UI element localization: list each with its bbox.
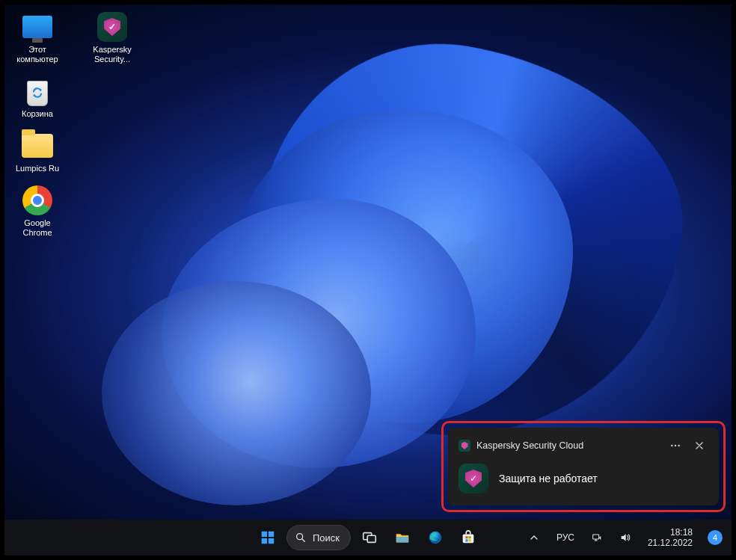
screen: Этот компьютер ✓ Kaspersky Security... <box>0 0 736 560</box>
desktop-icon-label: Google Chrome <box>22 218 52 238</box>
notification-count-badge: 4 <box>708 530 723 545</box>
desktop-icon-folder-lumpics[interactable]: Lumpics Ru <box>10 129 64 173</box>
notification-highlight: Kaspersky Security Cloud <box>441 421 726 512</box>
svg-point-2 <box>678 445 679 446</box>
notification-app-name: Kaspersky Security Cloud <box>476 440 583 451</box>
windows-logo-icon <box>260 529 276 546</box>
kaspersky-shield-icon: ✓ <box>96 10 129 43</box>
taskbar-center: Поиск <box>254 523 482 552</box>
task-view-button[interactable] <box>355 523 384 552</box>
svg-point-7 <box>297 534 303 540</box>
desktop-icon-label: Этот компьютер <box>16 45 58 64</box>
file-explorer-icon <box>394 529 411 546</box>
kaspersky-shield-icon: ✓ <box>459 464 488 493</box>
svg-rect-17 <box>468 539 470 541</box>
search-label: Поиск <box>313 532 340 544</box>
svg-rect-16 <box>465 539 467 541</box>
svg-rect-6 <box>269 538 274 544</box>
svg-rect-14 <box>465 536 467 538</box>
desktop-icon-kaspersky[interactable]: ✓ Kaspersky Security... <box>85 10 139 64</box>
svg-rect-11 <box>396 537 409 542</box>
taskbar: Поиск <box>4 520 732 556</box>
notification-message: Защита не работает <box>499 473 598 484</box>
notification-toast[interactable]: Kaspersky Security Cloud <box>448 428 719 505</box>
search-icon <box>295 532 307 544</box>
svg-point-1 <box>675 445 676 446</box>
notification-center-button[interactable]: 4 <box>703 523 727 552</box>
tray-overflow-button[interactable] <box>522 523 546 552</box>
svg-point-0 <box>671 445 672 446</box>
start-button[interactable] <box>254 523 282 552</box>
language-indicator[interactable]: РУС <box>551 523 580 552</box>
desktop[interactable]: Этот компьютер ✓ Kaspersky Security... <box>4 4 732 520</box>
clock-button[interactable]: 18:18 21.12.2022 <box>642 523 699 552</box>
kaspersky-badge-icon <box>459 440 470 452</box>
task-view-icon <box>361 529 378 546</box>
chevron-up-icon <box>528 532 540 544</box>
notification-more-button[interactable] <box>666 437 684 455</box>
desktop-icon-chrome[interactable]: Google Chrome <box>10 184 64 238</box>
desktop-icon-recycle-bin[interactable]: Корзина <box>10 75 64 119</box>
taskbar-right: РУС 18:18 21.12.2022 <box>522 520 727 556</box>
ellipsis-icon <box>669 440 681 452</box>
desktop-icons: Этот компьютер ✓ Kaspersky Security... <box>10 10 139 238</box>
taskbar-app-edge[interactable] <box>421 523 450 552</box>
svg-line-8 <box>302 539 304 541</box>
svg-rect-18 <box>593 535 599 539</box>
desktop-icon-label: Kaspersky Security... <box>93 45 131 64</box>
notification-body: ✓ Защита не работает <box>459 464 708 493</box>
taskbar-app-explorer[interactable] <box>388 523 417 552</box>
svg-rect-15 <box>468 536 470 538</box>
svg-rect-13 <box>463 534 474 543</box>
monitor-icon <box>21 10 54 43</box>
svg-rect-4 <box>269 532 274 537</box>
desktop-icon-label: Lumpics Ru <box>16 164 59 173</box>
svg-rect-5 <box>262 538 267 544</box>
notification-close-button[interactable] <box>690 437 708 455</box>
desktop-icon-label: Корзина <box>22 109 53 119</box>
search-button[interactable]: Поиск <box>286 525 351 550</box>
volume-button[interactable] <box>613 523 637 552</box>
clock-time: 18:18 <box>648 527 693 538</box>
desktop-icon-this-pc[interactable]: Этот компьютер <box>10 10 64 64</box>
svg-rect-3 <box>262 532 267 537</box>
edge-icon <box>427 529 444 546</box>
recycle-bin-icon <box>21 75 54 108</box>
close-icon <box>693 440 705 452</box>
folder-icon <box>21 129 54 162</box>
microsoft-store-icon <box>460 529 476 546</box>
clock-date: 21.12.2022 <box>648 538 693 548</box>
speaker-icon <box>619 532 631 544</box>
svg-rect-10 <box>367 535 375 542</box>
notification-header: Kaspersky Security Cloud <box>459 437 708 455</box>
network-icon <box>591 532 603 544</box>
network-button[interactable] <box>585 523 609 552</box>
language-label: РУС <box>556 532 574 543</box>
taskbar-app-store[interactable] <box>454 523 482 552</box>
chrome-icon <box>21 184 54 217</box>
recycle-arrows-icon <box>30 85 45 100</box>
